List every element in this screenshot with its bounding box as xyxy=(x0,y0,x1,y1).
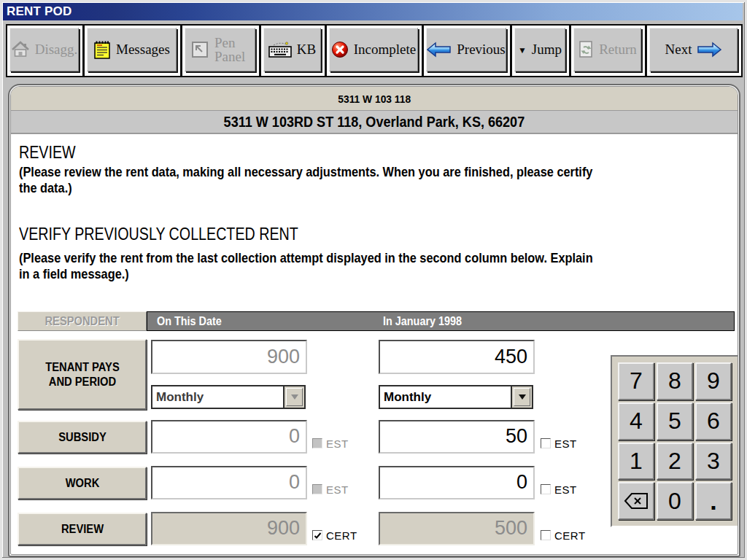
window-title: RENT POD xyxy=(3,4,71,19)
case-header: 5311 W 103 118 xyxy=(11,87,738,111)
key-4-button[interactable]: 4 xyxy=(618,402,654,440)
review-this-date-cert-label: CERT xyxy=(326,529,357,542)
dropdown-arrow-button[interactable] xyxy=(511,386,532,408)
toolbar: Disagg. Messages Pen Panel xyxy=(6,24,743,77)
tenant-pays-this-date-value: 900 xyxy=(267,345,300,368)
row-label-subsidy: SUBSIDY xyxy=(18,421,147,454)
pen-panel-button: Pen Panel xyxy=(185,28,255,71)
subsidy-january-value: 50 xyxy=(506,425,527,448)
key-backspace-button[interactable] xyxy=(618,482,654,520)
key-1-button[interactable]: 1 xyxy=(618,443,654,481)
period-this-date-value: Monthly xyxy=(152,386,283,408)
subsidy-january-field[interactable]: 50 xyxy=(379,420,535,454)
notepad-icon xyxy=(93,39,111,60)
review-row-label: REVIEW xyxy=(41,522,123,536)
review-january-field: 500 xyxy=(379,512,535,545)
period-january-value: Monthly xyxy=(380,386,511,408)
work-january-est-checkbox[interactable] xyxy=(541,484,551,494)
tenant-pays-january-value: 450 xyxy=(495,345,527,368)
subsidy-this-date-field: 0 xyxy=(151,420,307,454)
checkmark-icon xyxy=(314,532,322,540)
previous-label: Previous xyxy=(457,42,506,58)
work-january-est-label: EST xyxy=(554,483,577,496)
previous-button[interactable]: Previous xyxy=(426,28,506,71)
subsidy-january-est-label: EST xyxy=(554,438,577,450)
title-bar: RENT POD xyxy=(3,3,743,20)
row-label-tenant-pays-and-period: TENANT PAYS AND PERIOD xyxy=(18,339,147,410)
work-this-date-value: 0 xyxy=(289,471,300,494)
row-label-review: REVIEW xyxy=(18,513,147,545)
numeric-keypad: 7 8 9 4 5 6 1 2 3 0 . xyxy=(611,355,738,527)
work-this-date-est-checkbox xyxy=(312,484,322,494)
review-january-cert-checkbox[interactable] xyxy=(541,530,551,540)
caret-down-icon: ▼ xyxy=(518,46,527,55)
chevron-down-icon xyxy=(519,394,526,400)
messages-label: Messages xyxy=(116,42,170,58)
dropdown-arrow-disabled xyxy=(283,386,304,408)
review-this-date-value: 900 xyxy=(267,517,300,540)
disagg-label: Disagg. xyxy=(35,42,78,58)
row-label-work: WORK xyxy=(18,467,147,499)
next-label: Next xyxy=(665,42,692,58)
key-2-button[interactable]: 2 xyxy=(657,443,693,481)
home-icon xyxy=(11,41,30,58)
review-instructions-line2: the data.) xyxy=(19,180,72,196)
key-7-button[interactable]: 7 xyxy=(618,362,654,400)
subsidy-label: SUBSIDY xyxy=(41,430,123,444)
arrow-left-icon xyxy=(427,42,452,58)
tenant-pays-label: TENANT PAYS AND PERIOD xyxy=(41,360,123,388)
messages-button[interactable]: Messages xyxy=(87,28,177,71)
respondent-label: RESPONDENT xyxy=(44,315,119,328)
grid-corner-respondent: RESPONDENT xyxy=(18,311,147,331)
key-decimal-button[interactable]: . xyxy=(695,482,732,520)
key-5-button[interactable]: 5 xyxy=(657,402,693,440)
work-label: WORK xyxy=(41,476,123,490)
period-this-date-select: Monthly xyxy=(151,385,306,409)
subsidy-january-est-checkbox[interactable] xyxy=(541,438,551,448)
kb-button[interactable]: KB xyxy=(263,28,321,71)
work-this-date-field: 0 xyxy=(151,466,307,499)
subsidy-this-date-est-label: EST xyxy=(326,438,349,450)
app-window: RENT POD Disagg. Messages xyxy=(0,0,747,560)
work-january-field[interactable]: 0 xyxy=(379,466,535,499)
key-0-button[interactable]: 0 xyxy=(657,482,693,520)
jump-label: Jump xyxy=(532,42,562,58)
next-button[interactable]: Next xyxy=(649,28,738,71)
kb-label: KB xyxy=(297,42,316,58)
case-id: 5311 W 103 118 xyxy=(338,93,411,105)
key-9-button[interactable]: 9 xyxy=(695,362,732,400)
review-january-value: 500 xyxy=(495,517,527,540)
work-this-date-est-label: EST xyxy=(326,483,349,496)
return-label: Return xyxy=(599,42,637,58)
tenant-pays-this-date-field: 900 xyxy=(151,340,307,374)
key-6-button[interactable]: 6 xyxy=(695,402,732,440)
arrow-right-icon xyxy=(697,42,721,58)
return-doc-icon xyxy=(578,40,594,59)
key-8-button[interactable]: 8 xyxy=(657,362,693,400)
key-3-button[interactable]: 3 xyxy=(695,443,732,481)
chevron-down-icon xyxy=(291,394,298,400)
review-this-date-cert-checkbox[interactable] xyxy=(312,530,322,540)
main-panel-inner: 5311 W 103 118 5311 W 103RD ST 118, Over… xyxy=(10,86,738,555)
review-this-date-field: 900 xyxy=(151,512,307,545)
address-text: 5311 W 103RD ST 118, Overland Park, KS, … xyxy=(224,113,525,131)
review-section-title: REVIEW xyxy=(19,142,76,163)
period-january-select[interactable]: Monthly xyxy=(379,385,533,409)
review-instructions-line1: (Please review the rent data, making all… xyxy=(19,164,592,180)
work-january-value: 0 xyxy=(516,471,527,494)
tenant-pays-january-field[interactable]: 450 xyxy=(379,340,535,374)
grid-column-headers: On This Date In January 1998 xyxy=(147,311,735,331)
keyboard-icon xyxy=(268,41,292,58)
pen-panel-icon xyxy=(190,40,209,59)
verify-section-title: VERIFY PREVIOUSLY COLLECTED RENT xyxy=(19,224,298,244)
col-header-on-this-date: On This Date xyxy=(157,315,222,328)
disagg-button: Disagg. xyxy=(9,28,79,71)
jump-button[interactable]: ▼ Jump xyxy=(514,28,565,71)
subsidy-this-date-value: 0 xyxy=(289,425,300,448)
red-x-circle-icon xyxy=(331,41,349,58)
review-january-cert-label: CERT xyxy=(554,529,586,542)
verify-instructions-line2: in a field message.) xyxy=(19,266,129,282)
verify-instructions-line1: (Please verify the rent from the last co… xyxy=(19,250,593,266)
incomplete-button[interactable]: Incomplete xyxy=(329,28,418,71)
pen-panel-label: Pen Panel xyxy=(214,36,249,64)
